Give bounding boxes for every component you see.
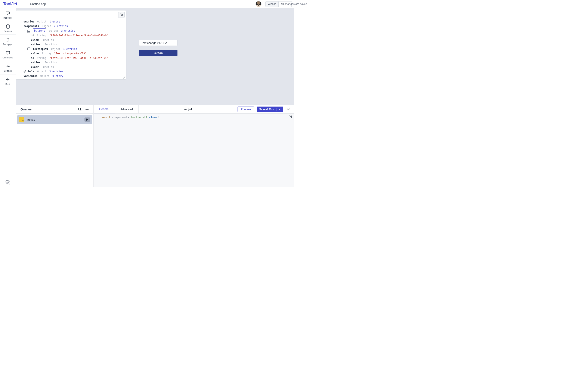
sidebar-item-label: Sources [4, 30, 12, 32]
back-arrow-icon [6, 77, 10, 82]
plus-icon [85, 107, 89, 111]
code-editor[interactable]: 1 await components.textinput1.clear() [94, 114, 294, 187]
query-item-runjs1[interactable]: JS runjs1 [17, 115, 92, 124]
svg-point-4 [78, 108, 81, 110]
bottom-panel: Queries [16, 105, 294, 187]
tree-leaf[interactable]: setText Function [20, 60, 124, 65]
save-run-label: Save & Run [259, 108, 274, 111]
button-badge-icon [27, 30, 30, 33]
tree-node-variables[interactable]: › variables Object 0 entry [20, 74, 124, 78]
sidebar-item-sources[interactable]: Sources [0, 21, 16, 35]
chevron-down-icon[interactable]: › [19, 25, 23, 27]
add-query-button[interactable] [84, 107, 90, 112]
chevron-down-icon[interactable]: › [23, 30, 27, 32]
database-icon [6, 24, 10, 29]
canvas-button1[interactable]: Button [139, 50, 178, 56]
tree-leaf[interactable]: clear Function [20, 65, 124, 69]
save-status: All changes are saved [281, 3, 294, 6]
canvas-textinput1[interactable]: Text change via CSA [139, 40, 178, 46]
chevron-down-icon [279, 108, 281, 110]
text-cursor [161, 115, 161, 118]
sidebar-item-label: Comments [3, 56, 13, 59]
tree-leaf[interactable]: value String "Text change via CSA" [20, 51, 124, 56]
comment-icon [6, 51, 10, 55]
sidebar-item-comments[interactable]: Comments [0, 48, 16, 61]
expand-editor-button[interactable] [289, 115, 292, 118]
sidebar-item-inspector[interactable]: Inspector [0, 8, 16, 21]
play-icon [86, 118, 88, 121]
sidebar-item-label: Inspector [3, 17, 12, 19]
current-query-name[interactable]: runjs1 [138, 108, 238, 111]
sidebar-item-back[interactable]: Back [0, 75, 16, 87]
tree-node-globals[interactable]: › globals Object 3 entries [20, 69, 124, 74]
chevron-down-icon[interactable]: › [23, 48, 27, 50]
queries-title: Queries [21, 108, 32, 111]
input-badge-icon [27, 47, 30, 50]
tree-leaf[interactable]: id String "850f40e7-93eb-41fe-aaf8-6a3e8… [20, 33, 124, 38]
external-link-icon [289, 115, 292, 118]
topbar: ToolJet Untitled app All changes are sav… [0, 0, 294, 8]
tree-leaf[interactable]: id String "b7fb4840-0cf2-4991-afb8-1b133… [20, 56, 124, 60]
svg-point-1 [6, 25, 10, 26]
inspector-panel: › queries Object 1 entry › components Ob… [16, 10, 126, 80]
inspector-icon [6, 11, 10, 15]
js-icon: JS [19, 117, 24, 122]
tree-leaf[interactable]: setText Function [20, 42, 124, 47]
canvas[interactable]: › queries Object 1 entry › components Ob… [16, 8, 294, 105]
tab-general[interactable]: General [94, 105, 115, 113]
tree-node-queries[interactable]: › queries Object 1 entry [20, 20, 124, 24]
logo: ToolJet [3, 1, 17, 6]
sidebar-item-settings[interactable]: Settings [0, 61, 16, 75]
search-queries-button[interactable] [77, 107, 82, 112]
chat-bubbles-icon [6, 180, 10, 184]
textinput-value: Text change via CSA [141, 41, 167, 44]
app-title-input[interactable]: Untitled app [30, 2, 46, 6]
chevron-right-icon[interactable]: › [20, 74, 22, 78]
chevron-down-icon [287, 108, 290, 111]
left-rail: Inspector Sources Debugger [0, 8, 16, 187]
component-chip[interactable]: button1 [33, 28, 46, 33]
unpin-icon [120, 13, 123, 16]
preview-button[interactable]: Preview [238, 107, 254, 112]
tree-leaf[interactable]: click Function [20, 38, 124, 42]
search-icon [78, 107, 82, 111]
gear-icon [6, 64, 10, 68]
query-item-label: runjs1 [27, 118, 82, 121]
button-label: Button [154, 51, 163, 54]
resize-handle[interactable] [123, 76, 126, 79]
inspector-unpin-button[interactable] [118, 12, 125, 18]
line-number: 1 [97, 115, 99, 119]
tree-node-button1[interactable]: › button1 Object 3 entries [20, 28, 124, 33]
tab-advanced[interactable]: Advanced [115, 105, 138, 113]
run-query-button[interactable] [84, 118, 90, 122]
save-and-run-button[interactable]: Save & Run [257, 107, 283, 112]
avatar[interactable] [255, 1, 262, 7]
svg-rect-0 [6, 12, 9, 14]
svg-point-3 [7, 66, 9, 67]
bug-icon [6, 38, 10, 42]
sidebar-item-label: Settings [4, 70, 11, 72]
sidebar-item-label: Back [5, 83, 10, 85]
collapse-panel-button[interactable] [286, 107, 291, 112]
chevron-right-icon[interactable]: › [20, 69, 22, 74]
chevron-right-icon[interactable]: › [20, 20, 22, 24]
tree-node-components[interactable]: › components Object 2 entries [20, 24, 124, 28]
tree-node-textinput1[interactable]: › textinput1 Object 4 entries [20, 47, 124, 51]
version-label: Version [265, 1, 279, 7]
sidebar-chat-button[interactable] [0, 178, 16, 187]
sidebar-item-debugger[interactable]: Debugger [0, 35, 16, 48]
sidebar-item-label: Debugger [3, 43, 13, 46]
